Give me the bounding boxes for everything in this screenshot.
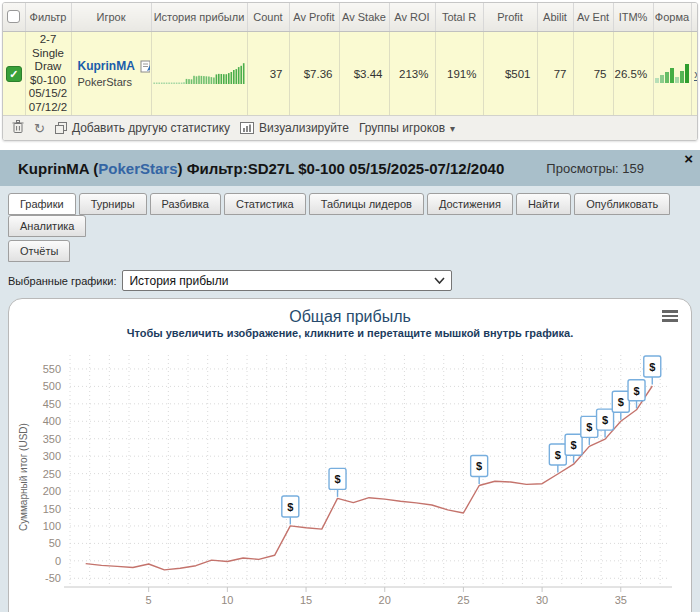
column-header-10[interactable]: Abilit [537, 3, 573, 32]
svg-text:450: 450 [43, 398, 61, 410]
av-roi-cell: 213% [389, 32, 435, 116]
column-header-3[interactable]: История прибыли [151, 3, 247, 32]
select-all-checkbox[interactable] [7, 10, 20, 23]
win-flag: $ [329, 469, 346, 498]
profit-cell: $501 [483, 32, 537, 116]
player-panel: KuprinMA (PokerStars) Фильтр:SD27L $0-10… [0, 150, 700, 612]
win-flag: $ [549, 444, 566, 472]
graph-select[interactable]: История прибыли [122, 270, 452, 291]
chart-menu-button[interactable] [662, 310, 678, 324]
tab-Опубликовать[interactable]: Опубликовать [574, 193, 670, 215]
svg-text:$: $ [649, 361, 655, 373]
column-header-0[interactable] [3, 3, 25, 32]
add-statistic-label: Добавить другую статистику [72, 121, 230, 135]
column-header-13[interactable]: Форма [653, 3, 691, 32]
stats-table: ФильтрИгрокИстория прибылиCountAv Profit… [3, 3, 698, 115]
profit-sparkline[interactable] [153, 61, 245, 85]
column-header-2[interactable]: Игрок [71, 3, 151, 32]
svg-text:$: $ [334, 474, 340, 486]
column-header-8[interactable]: Total R [435, 3, 483, 32]
svg-text:150: 150 [43, 503, 61, 515]
chart-frame-icon [240, 122, 254, 134]
stats-table-block: ФильтрИгрокИстория прибылиCountAv Profit… [2, 2, 698, 141]
win-flag: $ [282, 496, 299, 525]
graph-select-label: Выбранные графики: [8, 275, 116, 287]
svg-text:-50: -50 [45, 573, 61, 585]
av-profit-cell: $7.36 [289, 32, 339, 116]
visualize-label: Визуализируйте [259, 121, 349, 135]
panel-header: KuprinMA (PokerStars) Фильтр:SD27L $0-10… [0, 150, 700, 186]
av-entrants-cell: 75 [573, 32, 613, 116]
stats-toolbar: ↻ Добавить другую статистику Визуализиру… [3, 115, 697, 140]
stats-row: ✓ 2-7SingleDraw$0-10005/15/207/12/2 Kupr… [3, 32, 698, 116]
svg-text:$: $ [287, 501, 293, 513]
column-header-11[interactable]: Av Ent [573, 3, 613, 32]
add-statistic-button[interactable]: Добавить другую статистику [55, 121, 230, 135]
tab-Отчёты[interactable]: Отчёты [8, 240, 70, 262]
chart-subtitle: Чтобы увеличить изображение, кликните и … [9, 327, 691, 339]
graph-select-row: Выбранные графики: История прибыли [0, 262, 700, 296]
filter-line: $0-100 [27, 74, 70, 88]
filter-line: 05/15/2 [27, 87, 70, 101]
trash-icon [12, 120, 24, 133]
profit-chart[interactable]: -500501001502002503003504004505005505101… [18, 341, 682, 612]
svg-text:$: $ [633, 385, 639, 397]
svg-text:$: $ [618, 397, 624, 409]
player-groups-button[interactable]: Группы игроков ▾ [359, 121, 455, 135]
count-cell: 37 [247, 32, 289, 116]
svg-text:550: 550 [43, 363, 61, 375]
profit-history-cell[interactable] [151, 32, 247, 116]
svg-text:$: $ [571, 440, 577, 452]
svg-text:300: 300 [43, 451, 61, 463]
tab-Турниры[interactable]: Турниры [79, 193, 147, 215]
column-header-6[interactable]: Av Stake [339, 3, 389, 32]
y-axis-title: Суммарный итог (USD) [18, 424, 29, 532]
note-icon[interactable] [140, 60, 150, 73]
svg-text:30: 30 [536, 594, 548, 606]
svg-text:0: 0 [55, 555, 61, 567]
stats-header-row: ФильтрИгрокИстория прибылиCountAv Profit… [3, 3, 698, 32]
tab-Графики[interactable]: Графики [8, 193, 76, 215]
caret-down-icon: ▾ [450, 123, 455, 134]
tabs-row-2: Отчёты [0, 237, 700, 262]
player-link[interactable]: KuprinMA [78, 59, 135, 73]
export-icon[interactable]: x [694, 68, 698, 81]
filter-line: Single [27, 47, 70, 61]
close-icon[interactable]: × [684, 151, 693, 166]
row-checkbox[interactable]: ✓ [6, 66, 22, 82]
visualize-button[interactable]: Визуализируйте [240, 121, 349, 135]
svg-text:25: 25 [457, 594, 469, 606]
av-stake-cell: $3.44 [339, 32, 389, 116]
column-header-1[interactable]: Фильтр [25, 3, 71, 32]
player-cell: KuprinMA PokerStars [71, 32, 151, 116]
tab-Разбивка[interactable]: Разбивка [150, 193, 221, 215]
tab-Таблицы лидеров[interactable]: Таблицы лидеров [309, 193, 424, 215]
column-header-4[interactable]: Count [247, 3, 289, 32]
tab-Достижения[interactable]: Достижения [427, 193, 513, 215]
svg-text:100: 100 [43, 520, 61, 532]
win-flag: $ [581, 417, 598, 446]
tab-Аналитика[interactable]: Аналитика [8, 215, 86, 237]
svg-text:400: 400 [43, 416, 61, 428]
svg-text:10: 10 [221, 594, 233, 606]
copy-icon [55, 122, 67, 134]
panel-title-site: PokerStars [98, 160, 177, 177]
win-flag: $ [612, 392, 629, 421]
column-header-7[interactable]: Av ROI [389, 3, 435, 32]
svg-text:35: 35 [615, 594, 627, 606]
filter-line: 2-7 [27, 33, 70, 47]
check-icon: ✓ [9, 68, 18, 80]
views-counter: Просмотры: 159 [546, 161, 644, 176]
column-header-5[interactable]: Av Profit [289, 3, 339, 32]
svg-text:$: $ [476, 461, 482, 473]
form-bars-icon [655, 62, 691, 84]
svg-text:20: 20 [379, 594, 391, 606]
column-header-9[interactable]: Profit [483, 3, 537, 32]
tab-Статистика[interactable]: Статистика [224, 193, 306, 215]
delete-button[interactable] [12, 120, 24, 136]
column-header-14[interactable] [691, 3, 698, 32]
svg-text:50: 50 [49, 538, 61, 550]
refresh-button[interactable]: ↻ [34, 122, 45, 135]
tab-Найти[interactable]: Найти [516, 193, 571, 215]
column-header-12[interactable]: ITM% [613, 3, 653, 32]
